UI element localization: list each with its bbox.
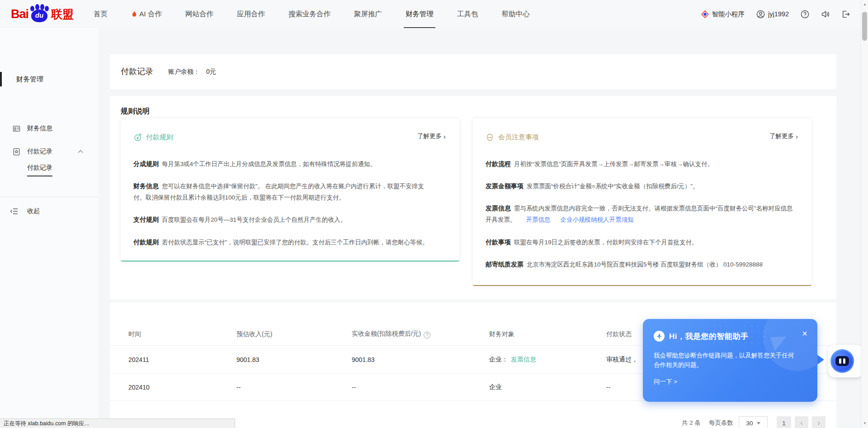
assistant-header: Hi，我是您的智能助手 (654, 331, 749, 342)
assistant-body: 我会帮助您诊断合作链路问题，以及解答您关于任何合作相关的问题。 (654, 351, 797, 370)
page-number-1[interactable]: 1 (777, 416, 791, 428)
main-nav: 首页 AI 合作 网站合作 应用合作 搜索业务合作 聚屏推广 财务管理 工具包 … (92, 0, 551, 28)
logo-union-text: 联盟 (51, 7, 74, 22)
rule-invoice-info: 发票信息需与系统内发票信息内容完全一致，否则无法支付。请根据发票信息页面中“百度… (486, 203, 793, 225)
top-navbar: Bai du 联盟 首页 AI 合作 网站合作 应用合作 搜索业务合作 聚屏推广… (0, 0, 868, 28)
page-title: 付款记录 (121, 66, 153, 77)
col-actual-amount: 实收金额(扣除税费后/元)? (352, 330, 489, 338)
robot-face-icon (830, 349, 854, 373)
rule-payment-flow: 付款流程月初按“发票信息”页面开具发票→上传发票→邮寄发票→审核→确认支付。 (486, 158, 797, 170)
popup-arrow (816, 354, 824, 365)
id-card-icon (13, 125, 20, 133)
rules-section-title: 规则说明 (121, 107, 150, 116)
cell-entity: 企业 (489, 383, 606, 391)
cell-estimated: -- (236, 384, 352, 391)
nav-right-cluster: 智能小程序 jyj1992 (701, 0, 850, 28)
member-notes-card: 会员注意事项 了解更多› 付款流程月初按“发票信息”页面开具发票→上传发票→邮寄… (473, 119, 811, 286)
sidebar-divider (0, 197, 99, 197)
balance-value: 0元 (206, 68, 216, 75)
badge-icon (13, 148, 20, 156)
sidebar-active-indicator (0, 72, 2, 86)
nav-item-help-center[interactable]: 帮助中心 (500, 0, 531, 28)
nav-item-website[interactable]: 网站合作 (184, 0, 215, 28)
sidebar-section-title: 财务管理 (0, 70, 99, 88)
rule-payment-status: 付款规则若付款状态显示“已支付”，说明联盟已安排了您的付款。支付后三个工作日内到… (133, 237, 444, 248)
rule-invoice-amount: 发票金额事项发票票面“价税合计”金额=系统中“实收金额（扣除税费后/元）”。 (486, 181, 797, 192)
payment-rules-more-link[interactable]: 了解更多› (417, 132, 446, 140)
compass-icon (654, 331, 665, 342)
nav-item-ai[interactable]: AI 合作 (129, 0, 164, 28)
collapse-menu-icon (10, 208, 18, 215)
page-size-select[interactable]: 30 (739, 416, 768, 428)
scroll-down-icon[interactable]: ▼ (861, 421, 868, 425)
logo-bai-text: Bai (11, 7, 28, 21)
col-finance-entity: 财务对象 (489, 330, 606, 338)
chevron-down-icon (757, 422, 760, 424)
rule-mail-invoice: 邮寄纸质发票北京市海淀区西北旺东路10号院百度科技园5号楼 百度联盟财务组（收）… (486, 259, 797, 270)
balance-label: 账户余额： (168, 68, 200, 75)
rules-section-card: 规则说明 付款规则 了解更多› 分成规则每月第3或4个工作日产出上月分成信息及发… (110, 96, 836, 300)
flame-icon (131, 10, 137, 18)
rule-payment-matters: 付款事项联盟在每月19日之后签收的发票，付款时间安排在下个月首批支付。 (486, 237, 797, 248)
logout-icon[interactable] (841, 10, 850, 19)
cell-actual: 9001.83 (352, 356, 489, 363)
coin-icon (133, 133, 142, 142)
baidu-paw-icon: du (29, 5, 49, 23)
assistant-avatar[interactable] (828, 345, 863, 377)
nav-item-search-biz[interactable]: 搜索业务合作 (287, 0, 332, 28)
browser-status-bubble: 正在等待 xlab.baidu.com 的响应... (0, 418, 235, 428)
scrollbar-thumb[interactable] (862, 12, 867, 41)
page-scrollbar[interactable]: ▲ ▼ (861, 0, 868, 428)
user-icon (756, 10, 765, 19)
sound-icon[interactable] (821, 10, 830, 19)
invoice-info-table-link[interactable]: 发票信息 (511, 356, 536, 363)
total-count: 共 2 条 (682, 419, 701, 427)
sidebar-item-payment-records[interactable]: 付款记录 (0, 143, 99, 161)
nav-item-toolkit[interactable]: 工具包 (455, 0, 480, 28)
payment-rules-title: 付款规则 (146, 133, 173, 142)
help-circle-icon[interactable]: ? (424, 332, 430, 338)
payment-rules-card: 付款规则 了解更多› 分成规则每月第3或4个工作日产出上月分成信息及发票信息，如… (121, 119, 459, 262)
sidebar-item-finance-info[interactable]: 财务信息 (0, 119, 99, 138)
member-notes-more-link[interactable]: 了解更多› (769, 132, 798, 140)
chevron-right-icon: › (443, 133, 446, 140)
assistant-title: Hi，我是您的智能助手 (669, 331, 749, 342)
rule-pay: 支付规则百度联盟会在每月20号—31号支付企业会员上个自然月产生的收入。 (133, 214, 444, 225)
logo-du-text: du (34, 11, 45, 19)
cell-actual: -- (352, 384, 489, 391)
nav-item-finance[interactable]: 财务管理 (404, 0, 435, 28)
miniapp-entry[interactable]: 智能小程序 (701, 10, 745, 19)
user-account[interactable]: jyj1992 (756, 10, 789, 19)
rule-share: 分成规则每月第3或4个工作日产出上月分成信息及发票信息，如有特殊情况将提前通知。 (133, 158, 444, 170)
scroll-up-icon[interactable]: ▲ (861, 2, 868, 6)
payment-records-header-card: 付款记录 账户余额： 0元 (110, 54, 836, 89)
ask-now-link[interactable]: 问一下 > (654, 378, 677, 386)
col-estimated-income: 预估收入(元) (236, 330, 352, 338)
nav-item-screen-promo[interactable]: 聚屏推广 (352, 0, 384, 28)
sidebar-collapse-button[interactable]: 收起 (0, 202, 99, 220)
per-page-label: 每页条数 (709, 419, 733, 427)
cell-estimated: 9001.83 (236, 356, 352, 363)
prev-page-button[interactable]: ‹ (795, 416, 808, 428)
cell-time: 202411 (128, 356, 236, 363)
assistant-popup: Hi，我是您的智能助手 × 我会帮助您诊断合作链路问题，以及解答您关于任何合作相… (643, 319, 817, 402)
rule-finance-info: 财务信息您可以在财务信息中选择“保留付款”。 在此期间您产生的收入将在账户内进行… (133, 181, 432, 203)
invoice-info-link[interactable]: 开票信息 (526, 216, 551, 223)
page: Bai du 联盟 首页 AI 合作 网站合作 应用合作 搜索业务合作 聚屏推广… (0, 0, 868, 428)
sidebar-subitem-payment-records[interactable]: 付款记录 (27, 164, 52, 176)
cell-time: 202410 (128, 384, 236, 391)
help-icon[interactable] (801, 10, 809, 19)
account-balance: 账户余额： 0元 (168, 68, 216, 76)
close-icon[interactable]: × (802, 329, 807, 338)
small-taxpayer-notice-link[interactable]: 企业小规模纳税人开票须知 (561, 216, 634, 223)
member-notes-title: 会员注意事项 (498, 133, 539, 142)
nav-item-home[interactable]: 首页 (92, 0, 109, 28)
chevron-right-icon: › (796, 133, 798, 140)
nav-item-app[interactable]: 应用合作 (235, 0, 267, 28)
chick-icon (486, 133, 494, 142)
miniapp-diamond-icon (701, 10, 709, 18)
baidu-union-logo[interactable]: Bai du 联盟 (11, 5, 74, 23)
cell-entity: 企业：发票信息 (489, 356, 606, 364)
sidebar: 财务管理 财务信息 付款记录 付款记录 收起 (0, 28, 99, 428)
next-page-button[interactable]: › (812, 416, 826, 428)
